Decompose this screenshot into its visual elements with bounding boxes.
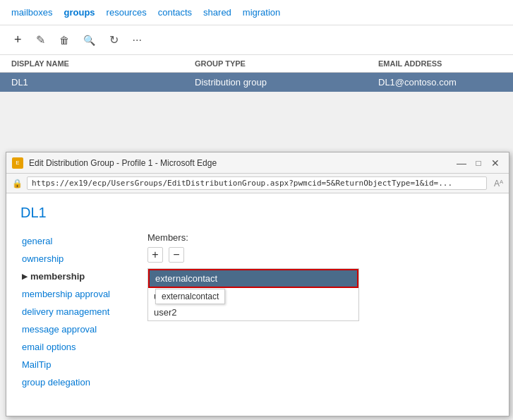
nav-mailboxes[interactable]: mailboxes <box>11 7 53 18</box>
add-member-button[interactable]: + <box>147 247 163 263</box>
lock-icon: 🔒 <box>12 179 23 188</box>
browser-titlebar: E Edit Distribution Group - Profile 1 - … <box>6 152 509 174</box>
member-row-externalcontact[interactable]: externalcontact externalcontact <box>148 269 358 288</box>
browser-favicon: E <box>12 157 23 169</box>
sidebar-item-membership[interactable]: ▶ membership <box>20 268 133 285</box>
add-button[interactable]: + <box>11 31 25 49</box>
modal-content: DL1 general ownership ▶ membership membe… <box>6 193 509 416</box>
row-grouptype: Distribution group <box>195 77 378 88</box>
modal-body: general ownership ▶ membership membershi… <box>20 232 495 404</box>
sidebar-item-group-delegation[interactable]: group delegation <box>20 373 133 391</box>
member-name-user2: user2 <box>154 307 177 318</box>
browser-window: E Edit Distribution Group - Profile 1 - … <box>6 152 509 416</box>
row-email: DL1@contoso.com <box>378 77 502 88</box>
membership-arrow-icon: ▶ <box>22 272 28 280</box>
member-tooltip: externalcontact <box>155 289 225 304</box>
close-button[interactable]: ✕ <box>488 155 503 171</box>
col-email-header: EMAIL ADDRESS <box>378 59 502 68</box>
sidebar-item-delivery-management[interactable]: delivery management <box>20 303 133 320</box>
nav-migration[interactable]: migration <box>243 7 280 18</box>
maximize-button[interactable]: □ <box>471 155 486 171</box>
sidebar-item-general[interactable]: general <box>20 232 133 250</box>
sidebar-item-email-options[interactable]: email options <box>20 338 133 356</box>
browser-addressbar: 🔒 https://ex19/ecp/UsersGroups/EditDistr… <box>6 174 509 193</box>
table-header: DISPLAY NAME GROUP TYPE EMAIL ADDRESS <box>0 55 513 73</box>
modal-title: DL1 <box>20 205 495 221</box>
sidebar-item-membership-approval[interactable]: membership approval <box>20 285 133 303</box>
remove-member-button[interactable]: − <box>169 247 184 263</box>
nav-contacts[interactable]: contacts <box>158 7 192 18</box>
modal-main: Members: + − externalcontact externalcon… <box>133 232 495 404</box>
members-list: externalcontact externalcontact user1 us… <box>147 268 359 321</box>
top-nav: mailboxes groups resources contacts shar… <box>0 0 513 25</box>
refresh-button[interactable]: ↻ <box>107 32 121 48</box>
nav-groups[interactable]: groups <box>64 7 95 18</box>
browser-window-controls: — □ ✕ <box>454 155 503 171</box>
members-toolbar: + − <box>147 247 495 263</box>
col-grouptype-header: GROUP TYPE <box>195 59 378 68</box>
url-bar[interactable]: https://ex19/ecp/UsersGroups/EditDistrib… <box>27 176 487 190</box>
col-display-header[interactable]: DISPLAY NAME <box>11 59 195 68</box>
edit-button[interactable]: ✎ <box>33 32 48 48</box>
modal-sidebar: general ownership ▶ membership membershi… <box>20 232 133 404</box>
more-button[interactable]: ··· <box>130 32 145 48</box>
delete-button[interactable]: 🗑 <box>56 33 72 47</box>
sidebar-item-ownership[interactable]: ownership <box>20 250 133 268</box>
nav-shared[interactable]: shared <box>203 7 231 18</box>
nav-resources[interactable]: resources <box>107 7 147 18</box>
toolbar: + ✎ 🗑 🔍 ↻ ··· <box>0 25 513 55</box>
minimize-button[interactable]: — <box>454 155 469 171</box>
browser-title: Edit Distribution Group - Profile 1 - Mi… <box>29 158 448 168</box>
sidebar-item-mailtip[interactable]: MailTip <box>20 356 133 373</box>
member-name-externalcontact: externalcontact <box>155 273 217 284</box>
members-label: Members: <box>147 232 495 243</box>
table-row[interactable]: DL1 Distribution group DL1@contoso.com <box>0 73 513 92</box>
reader-mode-icon[interactable]: Aᴬ <box>494 179 503 188</box>
member-row-user2[interactable]: user2 <box>148 304 358 320</box>
search-button[interactable]: 🔍 <box>80 33 98 47</box>
row-display: DL1 <box>11 77 195 88</box>
sidebar-item-message-approval[interactable]: message approval <box>20 320 133 338</box>
